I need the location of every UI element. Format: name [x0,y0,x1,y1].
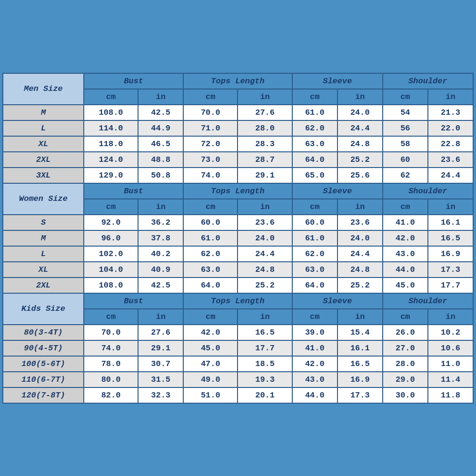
sleeve-cm: 61.0 [292,230,337,246]
sleeve-cm: 42.0 [292,356,337,372]
tops-cm: 49.0 [183,372,238,387]
shoulder-in: 22.0 [428,120,473,136]
shoulder-in: 10.2 [428,325,473,340]
shoulder-in-header: in [428,89,473,105]
tops-cm: 60.0 [183,215,238,230]
bust-in: 42.5 [138,105,183,120]
bust-cm: 92.0 [84,215,138,230]
tops-in: 28.0 [238,120,292,136]
category-label: Kids Size [3,293,84,325]
sleeve-cm: 43.0 [292,372,337,387]
tops-in: 25.2 [238,278,292,293]
bust-header: Bust [84,293,183,309]
bust-cm: 70.0 [84,325,138,340]
table-row: 110(6-7T) 80.0 31.5 49.0 19.3 43.0 16.9 … [3,372,473,387]
tops-in: 27.6 [238,105,292,120]
shoulder-in: 23.6 [428,152,473,168]
bust-cm: 114.0 [84,120,138,136]
sleeve-in-header: in [337,199,383,215]
size-label: 90(4-5T) [3,340,84,356]
bust-in-header: in [138,309,183,325]
shoulder-in: 11.0 [428,356,473,372]
sleeve-cm-header: cm [292,89,337,105]
shoulder-cm-header: cm [383,89,428,105]
tops-cm: 71.0 [183,120,238,136]
sleeve-cm: 62.0 [292,246,337,262]
tops-in: 28.7 [238,152,292,168]
bust-in-header: in [138,89,183,105]
category-label: Men Size [3,73,84,105]
shoulder-in: 16.9 [428,246,473,262]
bust-cm: 78.0 [84,356,138,372]
shoulder-cm-header: cm [383,309,428,325]
tops-in: 23.6 [238,215,292,230]
table-row: XL 118.0 46.5 72.0 28.3 63.0 24.8 58 22.… [3,136,473,152]
sleeve-in: 16.5 [337,356,383,372]
shoulder-in: 11.8 [428,387,473,403]
sleeve-in: 15.4 [337,325,383,340]
bust-in: 32.3 [138,387,183,403]
sleeve-in-header: in [337,89,383,105]
bust-header: Bust [84,73,183,89]
sleeve-in: 24.0 [337,230,383,246]
shoulder-cm: 29.0 [383,372,428,387]
table-row: 3XL 129.0 50.8 74.0 29.1 65.0 25.6 62 24… [3,168,473,183]
shoulder-cm: 45.0 [383,278,428,293]
bust-cm: 108.0 [84,278,138,293]
table-row: 100(5-6T) 78.0 30.7 47.0 18.5 42.0 16.5 … [3,356,473,372]
shoulder-in: 17.7 [428,278,473,293]
bust-in: 50.8 [138,168,183,183]
bust-cm: 104.0 [84,262,138,278]
size-label: L [3,120,84,136]
bust-in: 40.2 [138,246,183,262]
shoulder-cm-header: cm [383,199,428,215]
sleeve-in-header: in [337,309,383,325]
tops-cm: 72.0 [183,136,238,152]
sleeve-in: 24.0 [337,105,383,120]
tops-in: 20.1 [238,387,292,403]
sleeve-in: 16.1 [337,340,383,356]
bust-cm: 102.0 [84,246,138,262]
sleeve-cm: 39.0 [292,325,337,340]
tops-cm: 45.0 [183,340,238,356]
sleeve-cm: 63.0 [292,136,337,152]
size-label: M [3,105,84,120]
tops-in: 29.1 [238,168,292,183]
shoulder-in: 11.4 [428,372,473,387]
sleeve-cm: 64.0 [292,278,337,293]
bust-in-header: in [138,199,183,215]
size-label: S [3,215,84,230]
tops-cm: 63.0 [183,262,238,278]
shoulder-cm: 56 [383,120,428,136]
shoulder-cm: 43.0 [383,246,428,262]
tops-cm: 42.0 [183,325,238,340]
bust-cm: 74.0 [84,340,138,356]
tops-length-header: Tops Length [183,73,292,89]
sleeve-cm: 41.0 [292,340,337,356]
size-chart-table: Men Size Bust Tops Length Sleeve Shoulde… [2,73,474,404]
tops-in-header: in [238,89,292,105]
shoulder-in-header: in [428,199,473,215]
bust-cm-header: cm [84,89,138,105]
bust-in: 44.9 [138,120,183,136]
shoulder-in-header: in [428,309,473,325]
bust-cm: 118.0 [84,136,138,152]
size-label: 80(3-4T) [3,325,84,340]
shoulder-cm: 30.0 [383,387,428,403]
tops-cm: 64.0 [183,278,238,293]
table-row: 80(3-4T) 70.0 27.6 42.0 16.5 39.0 15.4 2… [3,325,473,340]
bust-header: Bust [84,183,183,199]
table-row: 2XL 108.0 42.5 64.0 25.2 64.0 25.2 45.0 … [3,278,473,293]
table-row: 2XL 124.0 48.8 73.0 28.7 64.0 25.2 60 23… [3,152,473,168]
shoulder-cm: 26.0 [383,325,428,340]
sleeve-cm: 60.0 [292,215,337,230]
bust-in: 48.8 [138,152,183,168]
sleeve-header: Sleeve [292,73,383,89]
shoulder-cm: 42.0 [383,230,428,246]
size-label: L [3,246,84,262]
shoulder-cm: 27.0 [383,340,428,356]
table-row: 90(4-5T) 74.0 29.1 45.0 17.7 41.0 16.1 2… [3,340,473,356]
size-label: M [3,230,84,246]
tops-in-header: in [238,309,292,325]
shoulder-header: Shoulder [383,293,473,309]
